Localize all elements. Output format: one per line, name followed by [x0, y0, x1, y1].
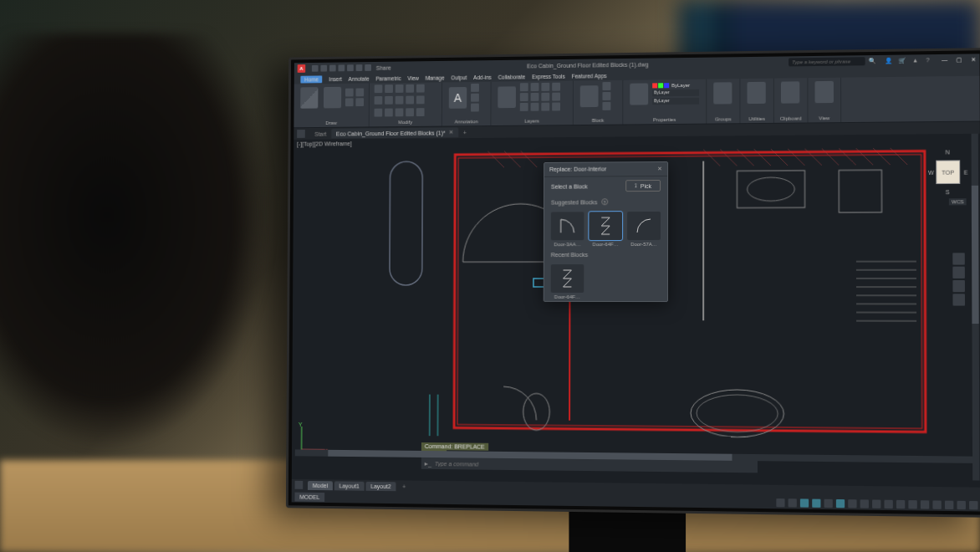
help-search-input[interactable]: Type a keyword or phrase [789, 57, 865, 66]
status-annotation-icon[interactable] [884, 500, 892, 509]
qat-save-icon[interactable] [329, 65, 336, 72]
ribbon-panel-clipboard: Clipboard [774, 78, 809, 123]
block-thumbnail[interactable]: Door-3AA… [551, 212, 584, 247]
maximize-button[interactable]: ▢ [957, 57, 962, 64]
status-clean-icon[interactable] [957, 501, 965, 509]
share-button[interactable]: Share [376, 64, 391, 70]
recent-blocks-label: Recent Blocks [544, 248, 667, 261]
ribbon-panel-view: View [808, 78, 841, 123]
move-tool-icon[interactable] [375, 84, 383, 93]
block-thumbnail[interactable]: Door-64F… [551, 264, 584, 299]
viewcube-east[interactable]: E [964, 170, 968, 176]
status-units-icon[interactable] [921, 500, 929, 509]
cart-icon[interactable]: 🛒 [899, 58, 906, 64]
wcs-label[interactable]: WCS [949, 198, 967, 205]
minimize-button[interactable]: — [942, 57, 947, 64]
status-ortho-icon[interactable] [800, 498, 809, 507]
insert-block-icon[interactable] [580, 85, 599, 107]
dimension-tool-icon[interactable] [471, 84, 479, 92]
search-icon[interactable]: 🔍 [869, 58, 876, 64]
vertical-scrollbar[interactable] [972, 134, 980, 481]
viewcube-face[interactable]: TOP [936, 160, 960, 184]
qat-undo-icon[interactable] [356, 64, 363, 71]
tab-close-icon[interactable]: ✕ [448, 129, 453, 135]
viewcube-south[interactable]: S [946, 189, 950, 195]
tab-insert[interactable]: Insert [329, 76, 342, 82]
text-tool-icon[interactable]: A [449, 87, 467, 109]
layout-tab-layout1[interactable]: Layout1 [334, 481, 365, 490]
pick-button[interactable]: ⟟ Pick [625, 180, 661, 192]
nav-pan-icon[interactable] [952, 267, 965, 279]
autodesk-icon[interactable]: ▲ [912, 57, 919, 64]
color-control[interactable]: ByLayer [652, 83, 699, 89]
status-polar-icon[interactable] [812, 499, 820, 508]
arc-tool-icon[interactable] [355, 88, 364, 96]
measure-icon[interactable] [748, 82, 766, 104]
layout-tab-layout2[interactable]: Layout2 [366, 481, 396, 490]
add-layout-button[interactable]: + [397, 483, 411, 489]
block-thumbnail[interactable]: Door-64F… [589, 212, 622, 247]
status-osnap-icon[interactable] [824, 499, 833, 508]
status-grid-icon[interactable] [776, 498, 784, 507]
status-workspace-icon[interactable] [896, 500, 905, 509]
tab-featured-apps[interactable]: Featured Apps [572, 73, 607, 79]
account-icon[interactable]: 👤 [885, 58, 891, 64]
match-properties-icon[interactable] [630, 83, 648, 105]
status-lineweight-icon[interactable] [848, 499, 856, 508]
nav-orbit-icon[interactable] [952, 294, 965, 305]
help-icon[interactable]: ? [926, 57, 932, 64]
close-button[interactable]: ✕ [971, 56, 976, 63]
status-hardware-icon[interactable] [945, 501, 953, 509]
scale-tool-icon[interactable] [385, 108, 393, 116]
tab-annotate[interactable]: Annotate [349, 75, 370, 81]
qat-saveas-icon[interactable] [338, 64, 345, 71]
linetype-control[interactable]: ByLayer [652, 89, 699, 97]
status-transparency-icon[interactable] [860, 499, 869, 508]
status-monitor-icon[interactable] [908, 500, 916, 509]
tab-parametric[interactable]: Parametric [375, 75, 401, 81]
status-cycling-icon[interactable] [872, 500, 880, 509]
paste-icon[interactable] [781, 81, 799, 103]
qat-plot-icon[interactable] [347, 64, 354, 71]
view-cube[interactable]: N E S W TOP [926, 151, 970, 193]
new-tab-button[interactable]: + [463, 130, 467, 135]
viewcube-west[interactable]: W [928, 170, 934, 176]
lineweight-control[interactable]: ByLayer [652, 98, 699, 105]
tab-output[interactable]: Output [451, 74, 467, 80]
nav-zoom-icon[interactable] [952, 280, 965, 292]
polyline-tool-icon[interactable] [324, 87, 341, 109]
qat-redo-icon[interactable] [365, 64, 371, 71]
circle-tool-icon[interactable] [345, 89, 354, 97]
viewcube-north[interactable]: N [946, 149, 950, 155]
nav-wheel-icon[interactable] [952, 253, 965, 264]
panel-label: Block [579, 116, 618, 123]
layer-properties-icon[interactable] [498, 86, 516, 108]
ribbon: Draw Modify [293, 76, 979, 129]
command-input[interactable] [435, 461, 754, 470]
svg-rect-21 [839, 170, 881, 212]
trim-tool-icon[interactable] [396, 84, 404, 93]
mirror-tool-icon[interactable] [385, 96, 393, 105]
block-thumbnail[interactable]: Door-57A… [627, 212, 661, 247]
status-otrack-icon[interactable] [836, 499, 845, 508]
status-customize-icon[interactable] [969, 501, 977, 509]
copy-tool-icon[interactable] [375, 96, 383, 105]
status-snap-icon[interactable] [789, 498, 797, 507]
tab-collaborate[interactable]: Collaborate [498, 74, 526, 79]
group-icon[interactable] [713, 82, 732, 104]
popup-close-icon[interactable]: ✕ [657, 166, 662, 172]
help-tooltip-icon[interactable]: ? [601, 198, 608, 205]
base-view-icon[interactable] [815, 81, 834, 103]
table-tool-icon[interactable] [471, 104, 479, 112]
tab-addins[interactable]: Add-ins [473, 74, 492, 79]
tab-manage[interactable]: Manage [426, 74, 445, 80]
active-file-tab[interactable]: Eco Cabin_Ground Floor Edited Blocks (1)… [331, 127, 458, 138]
drawing-canvas[interactable]: [-][Top][2D Wireframe] [292, 134, 980, 488]
rotate-tool-icon[interactable] [385, 84, 393, 93]
status-isolate-icon[interactable] [932, 500, 941, 509]
stretch-tool-icon[interactable] [375, 108, 383, 116]
qat-open-icon[interactable] [320, 65, 327, 72]
tab-express-tools[interactable]: Express Tools [532, 73, 565, 79]
tab-view[interactable]: View [407, 74, 419, 80]
leader-tool-icon[interactable] [471, 94, 479, 102]
